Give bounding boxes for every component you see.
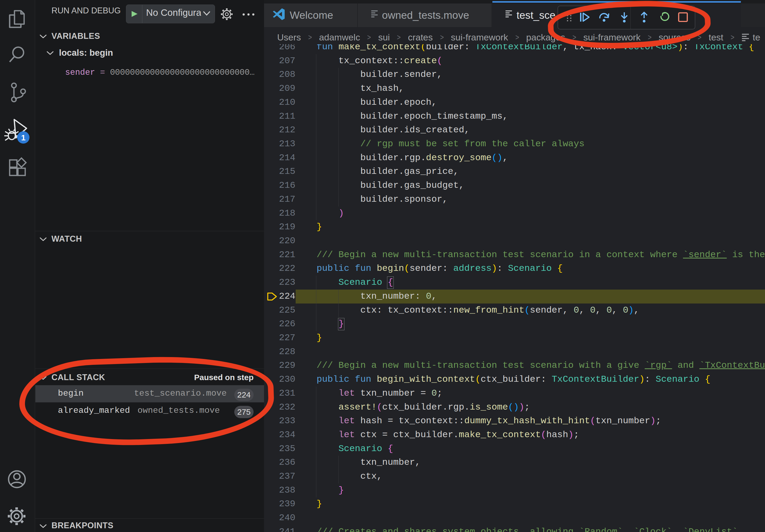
svg-text:1: 1 (21, 133, 26, 142)
